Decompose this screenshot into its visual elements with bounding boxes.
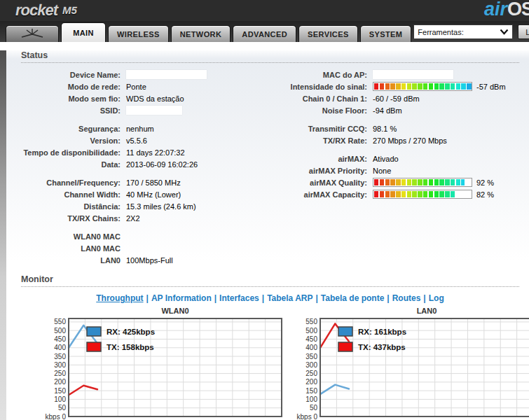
field-value: 2013-06-09 16:02:26 (126, 160, 198, 169)
field-label: WLAN0 MAC (21, 232, 126, 241)
tools-select[interactable]: Ferramentas: (413, 24, 513, 39)
status-row: MAC do AP: (268, 69, 519, 80)
y-tick-label: 250 (54, 370, 66, 377)
field-label: TX/RX Chains: (21, 214, 126, 223)
toolbox: Ferramentas: Logout (413, 24, 529, 42)
y-tick-label: 450 (305, 335, 317, 343)
monitor-link-tabela-de-ponte[interactable]: Tabela de ponte (321, 293, 384, 303)
field-value: 98.1 % (373, 125, 397, 133)
field-label: MAC do AP: (268, 71, 373, 79)
y-tick-label: 300 (305, 361, 317, 369)
field-label: Channel/Frequency: (21, 178, 126, 187)
chart-title: WLAN0 (69, 307, 282, 315)
monitor-link-throughput[interactable]: Throughput (96, 293, 143, 303)
tab-wireless[interactable]: WIRELESS (108, 25, 169, 42)
field-value: nenhum (126, 125, 154, 133)
y-tick-label: 150 (54, 387, 66, 395)
field-value (126, 106, 182, 115)
throughput-charts: WLAN055050045040035030025020015010050kbp… (41, 307, 519, 420)
y-tick-label: 500 (305, 327, 317, 335)
field-value: WDS da estação (126, 94, 184, 103)
logout-button[interactable]: Logout (518, 24, 529, 39)
status-row: airMAX Priority:None (268, 164, 519, 176)
y-tick-label: 100 (54, 396, 66, 403)
monitor-link-ap-information[interactable]: AP Information (151, 293, 212, 303)
tab-network[interactable]: NETWORK (171, 25, 231, 42)
status-row: Channel/Frequency:170 / 5850 MHz (21, 176, 268, 188)
y-tick-label: 550 (305, 318, 317, 326)
field-label: airMAX: (268, 155, 373, 163)
status-row: LAN0 MAC (21, 242, 268, 254)
tab-bar: MAINWIRELESSNETWORKADVANCEDSERVICESSYSTE… (0, 21, 529, 42)
field-label: Distância: (21, 202, 126, 211)
field-label: SSID: (21, 106, 126, 115)
airos-logo-air: air (484, 0, 507, 20)
segmented-signal-bar (373, 82, 472, 91)
monitor-links: Throughput|AP Information|Interfaces|Tab… (21, 293, 519, 303)
status-row: Chain 0 / Chain 1:-60 / -59 dBm (268, 92, 519, 104)
field-value: v5.5.6 (126, 136, 147, 145)
field-label: airMAX Priority: (268, 167, 373, 175)
top-header: rocketM5 airOS (0, 0, 529, 21)
field-value (126, 70, 207, 79)
y-tick-label: 50 (310, 404, 318, 412)
y-tick-label: 500 (54, 327, 66, 335)
link-separator: | (146, 293, 149, 303)
legend-rx-label: RX: 425kbps (107, 328, 155, 336)
field-value (373, 70, 453, 79)
status-row: airMAX Capacity:82 % (268, 188, 519, 200)
brand-model: M5 (62, 4, 77, 16)
link-separator: | (423, 293, 425, 303)
field-label: Tempo de disponibilidade: (21, 148, 126, 157)
monitor-link-tabela-arp[interactable]: Tabela ARP (267, 293, 312, 303)
field-value: 270 Mbps / 270 Mbps (373, 136, 447, 145)
y-tick-label: 350 (54, 353, 66, 360)
status-row: Segurança:nenhum (21, 122, 268, 134)
status-row: Distância:15.3 miles (24.6 km) (21, 200, 268, 212)
field-label: LAN0 (21, 256, 126, 265)
redacted-value-box (126, 70, 207, 79)
bar-value: 92 % (476, 178, 494, 187)
rx-line (320, 385, 349, 395)
tab-advanced[interactable]: ADVANCED (233, 25, 296, 42)
monitor-section-title: Monitor (21, 274, 519, 287)
airos-logo-os: OS (507, 0, 529, 20)
tab-ubiquiti-home[interactable] (6, 25, 59, 42)
tab-services[interactable]: SERVICES (298, 25, 358, 42)
y-tick-label: 400 (54, 344, 66, 351)
field-value: 15.3 miles (24.6 km) (126, 202, 196, 211)
field-label: LAN0 MAC (21, 244, 126, 253)
status-row: Transmitir CCQ:98.1 % (268, 122, 519, 134)
content-area: Status Device Name:Modo de rede:PonteMod… (0, 50, 529, 420)
link-separator: | (316, 293, 318, 303)
field-label: Modo de rede: (21, 83, 126, 91)
redacted-value-box (126, 106, 182, 115)
tab-system[interactable]: SYSTEM (360, 25, 412, 42)
lan0-chart: LAN055050045040035030025020015010050kbps… (292, 307, 529, 420)
chart-canvas: 55050045040035030025020015010050kbps 0RX… (292, 316, 529, 420)
y-axis-zero-label: kbps 0 (297, 413, 318, 420)
field-value: -57 dBm (373, 82, 506, 91)
page: rocketM5 airOS MAINWIRELESSNETWORKADVANC… (0, 0, 529, 420)
field-value: 11 days 22:07:32 (126, 148, 185, 157)
tab-main[interactable]: MAIN (61, 22, 106, 42)
status-section: Device Name:Modo de rede:PonteModo sem f… (21, 69, 519, 266)
legend-tx-marker (338, 342, 352, 351)
status-row: TX/RX Rate:270 Mbps / 270 Mbps (268, 134, 519, 146)
legend-tx-marker (87, 342, 101, 351)
bar-value: 82 % (476, 190, 494, 199)
monitor-link-routes[interactable]: Routes (392, 293, 421, 303)
monitor-link-interfaces[interactable]: Interfaces (219, 293, 259, 303)
y-tick-label: 250 (305, 370, 317, 377)
monitor-link-log[interactable]: Log (429, 293, 444, 303)
field-value: 40 MHz (Lower) (126, 190, 181, 199)
field-label: Device Name: (21, 71, 126, 79)
airos-logo: airOS (484, 0, 529, 20)
y-tick-label: 50 (58, 404, 67, 412)
segmented-signal-bar (373, 190, 472, 199)
legend-rx-label: RX: 161kbps (358, 328, 406, 336)
field-label: Modo sem fio: (21, 94, 126, 103)
link-separator: | (262, 293, 264, 303)
nav-tabs: MAINWIRELESSNETWORKADVANCEDSERVICESSYSTE… (61, 22, 411, 42)
status-row: LAN0100Mbps-Full (21, 254, 268, 266)
